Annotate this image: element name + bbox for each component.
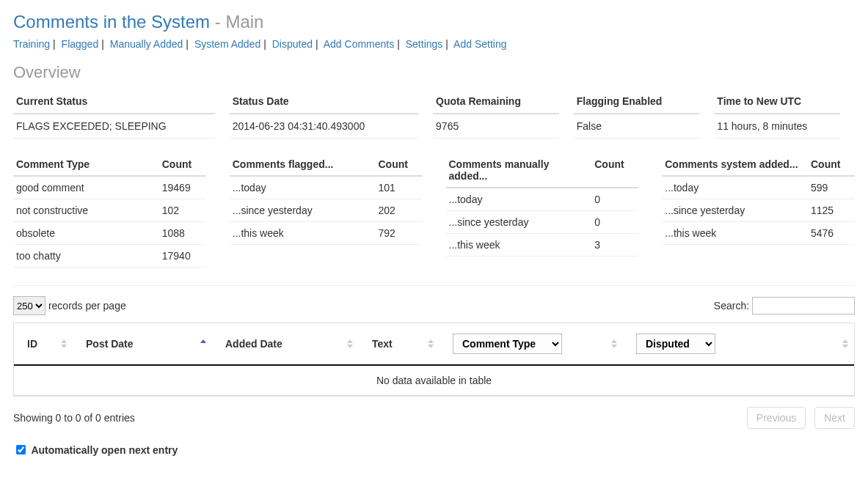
table-row: ...since yesterday1125 bbox=[662, 199, 855, 222]
table-row: ...this week792 bbox=[230, 222, 423, 245]
status-quota: Quota Remaining 9765 bbox=[433, 89, 574, 139]
stats-comment-type-title: Comment Type bbox=[13, 153, 159, 175]
status-row: Current Status FLAGS EXCEEDED; SLEEPING … bbox=[13, 89, 855, 139]
stats-manual-title: Comments manually added... bbox=[446, 153, 592, 187]
nav-flagged[interactable]: Flagged bbox=[62, 38, 99, 50]
page-length-control: 250 records per page bbox=[13, 296, 126, 315]
nav-add-setting[interactable]: Add Setting bbox=[453, 38, 506, 50]
sort-icon bbox=[200, 339, 206, 348]
stats-system-count-label: Count bbox=[808, 153, 855, 175]
table-row: ...today101 bbox=[230, 177, 423, 199]
page-length-suffix: records per page bbox=[48, 300, 126, 312]
title-sep: - bbox=[210, 12, 225, 32]
search-control: Search: bbox=[714, 297, 855, 314]
page-title: Comments in the System - Main bbox=[13, 12, 855, 32]
stats-manual: Comments manually added... Count ...toda… bbox=[446, 153, 639, 268]
column-header-text[interactable]: Text bbox=[359, 323, 440, 366]
auto-open-checkbox[interactable] bbox=[16, 445, 26, 454]
overview-heading: Overview bbox=[13, 63, 855, 82]
stats-flagged-title: Comments flagged... bbox=[230, 153, 376, 175]
page-length-select[interactable]: 250 bbox=[13, 296, 45, 315]
column-header-comment-type[interactable]: Comment Type bbox=[440, 323, 623, 366]
table-row: obsolete1088 bbox=[13, 222, 206, 245]
search-input[interactable] bbox=[752, 297, 855, 314]
table-row: ...since yesterday202 bbox=[230, 199, 423, 222]
table-row: ...this week5476 bbox=[662, 222, 855, 245]
sort-icon bbox=[61, 339, 67, 348]
status-time-header: Time to New UTC bbox=[714, 89, 840, 114]
table-row: ...this week3 bbox=[446, 234, 639, 257]
sort-icon bbox=[428, 339, 434, 348]
status-flagging-header: Flagging Enabled bbox=[574, 89, 700, 114]
stats-flagged: Comments flagged... Count ...today101 ..… bbox=[230, 153, 423, 268]
auto-open-next-control: Automatically open next entry bbox=[13, 442, 855, 456]
previous-button[interactable]: Previous bbox=[747, 407, 806, 429]
search-label: Search: bbox=[714, 300, 752, 312]
stats-system: Comments system added... Count ...today5… bbox=[662, 153, 855, 268]
sort-icon bbox=[611, 339, 617, 348]
title-sub: Main bbox=[225, 12, 263, 32]
next-button[interactable]: Next bbox=[814, 407, 855, 429]
stats-flagged-count-label: Count bbox=[376, 153, 423, 175]
stats-row: Comment Type Count good comment19469 not… bbox=[13, 153, 855, 268]
status-time-value: 11 hours, 8 minutes bbox=[714, 114, 840, 139]
column-header-post-date[interactable]: Post Date bbox=[73, 323, 212, 366]
table-row: ...since yesterday0 bbox=[446, 211, 639, 234]
table-empty-message: No data available in table bbox=[14, 366, 854, 396]
nav-settings[interactable]: Settings bbox=[406, 38, 443, 50]
status-current-value: FLAGS EXCEEDED; SLEEPING bbox=[13, 114, 215, 139]
column-header-disputed[interactable]: Disputed bbox=[623, 323, 854, 366]
table-row: too chatty17940 bbox=[13, 245, 206, 268]
nav-add-comments[interactable]: Add Comments bbox=[324, 38, 394, 50]
data-table: ID Post Date Added Date Text Comment Typ… bbox=[13, 323, 855, 397]
table-empty-row: No data available in table bbox=[14, 366, 854, 396]
status-flagging-value: False bbox=[574, 114, 700, 139]
status-date-value: 2014-06-23 04:31:40.493000 bbox=[230, 114, 418, 139]
divider bbox=[13, 285, 855, 286]
disputed-filter-select[interactable]: Disputed bbox=[636, 334, 715, 354]
datatable-info-text: Showing 0 to 0 of 0 entries bbox=[13, 412, 135, 424]
nav-disputed[interactable]: Disputed bbox=[272, 38, 313, 50]
nav-manually-added[interactable]: Manually Added bbox=[110, 38, 183, 50]
nav-links: Training| Flagged| Manually Added| Syste… bbox=[13, 38, 855, 50]
title-main-link[interactable]: Comments in the System bbox=[13, 12, 210, 32]
column-header-added-date[interactable]: Added Date bbox=[212, 323, 359, 366]
status-time: Time to New UTC 11 hours, 8 minutes bbox=[714, 89, 855, 139]
column-header-id[interactable]: ID bbox=[14, 323, 73, 366]
stats-system-title: Comments system added... bbox=[662, 153, 808, 175]
status-quota-header: Quota Remaining bbox=[433, 89, 559, 114]
datatable-bottom-controls: Showing 0 to 0 of 0 entries Previous Nex… bbox=[13, 407, 855, 429]
status-date: Status Date 2014-06-23 04:31:40.493000 bbox=[230, 89, 433, 139]
status-current: Current Status FLAGS EXCEEDED; SLEEPING bbox=[13, 89, 230, 139]
status-quota-value: 9765 bbox=[433, 114, 559, 139]
status-current-header: Current Status bbox=[13, 89, 215, 114]
stats-comment-type-count-label: Count bbox=[159, 153, 206, 175]
table-row: good comment19469 bbox=[13, 177, 206, 199]
stats-comment-type: Comment Type Count good comment19469 not… bbox=[13, 153, 206, 268]
status-flagging: Flagging Enabled False bbox=[574, 89, 715, 139]
comment-type-filter-select[interactable]: Comment Type bbox=[453, 334, 562, 354]
datatable-top-controls: 250 records per page Search: bbox=[13, 296, 855, 315]
auto-open-label[interactable]: Automatically open next entry bbox=[13, 444, 178, 456]
nav-system-added[interactable]: System Added bbox=[194, 38, 260, 50]
stats-manual-count-label: Count bbox=[591, 153, 638, 187]
pagination: Previous Next bbox=[741, 407, 855, 429]
sort-icon bbox=[842, 339, 848, 348]
nav-training[interactable]: Training bbox=[13, 38, 50, 50]
table-row: ...today0 bbox=[446, 188, 639, 211]
table-row: ...today599 bbox=[662, 177, 855, 199]
table-row: not constructive102 bbox=[13, 199, 206, 222]
sort-icon bbox=[347, 339, 353, 348]
status-date-header: Status Date bbox=[230, 89, 418, 114]
